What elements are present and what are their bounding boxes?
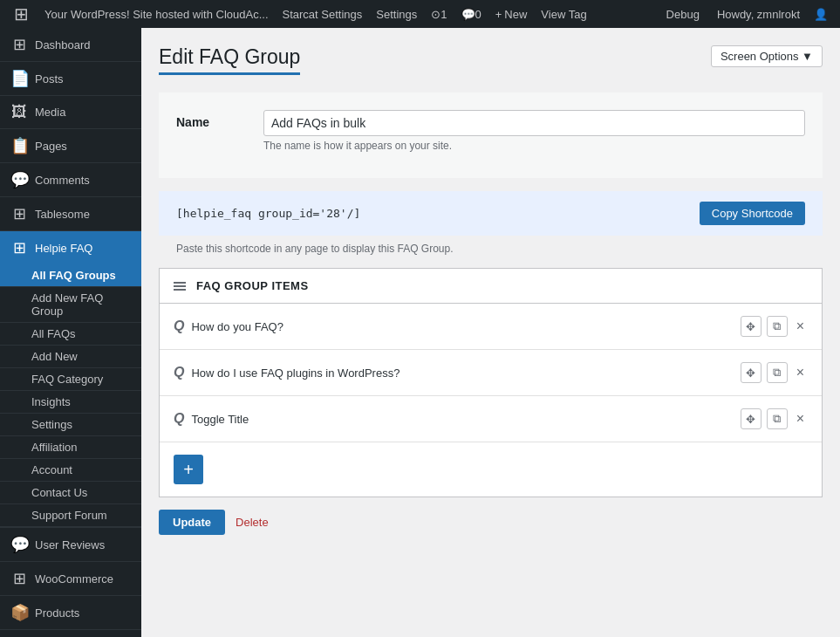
dashboard-icon: ⊞ — [10, 35, 28, 54]
faq-item-1-move-button[interactable]: ✥ — [741, 316, 761, 337]
products-icon: 📦 — [10, 603, 28, 622]
posts-icon: 📄 — [10, 69, 28, 88]
media-icon: 🖼 — [10, 103, 28, 121]
faq-item-2-left: Q How do I use FAQ plugins in WordPress? — [174, 365, 400, 380]
sidebar-item-tablesome[interactable]: ⊞Tablesome — [0, 197, 141, 231]
shortcode-row: [helpie_faq group_id='28'/] Copy Shortco… — [159, 191, 823, 236]
update-button[interactable]: Update — [159, 510, 225, 535]
sidebar-item-posts[interactable]: 📄Posts — [0, 62, 141, 96]
adminbar-debug[interactable]: Debug — [661, 0, 705, 28]
sidebar-item-comments[interactable]: 💬Comments — [0, 163, 141, 197]
faq-item-3-title: Toggle Title — [191, 413, 249, 426]
faq-group-box: FAQ GROUP ITEMS Q How do you FAQ? ✥ ⧉ × — [159, 268, 823, 497]
submenu-contact-us[interactable]: Contact Us — [0, 482, 141, 504]
wp-layout: ⊞Dashboard 📄Posts 🖼Media 📋Pages 💬Comment… — [0, 28, 840, 637]
faq-item-2: Q How do I use FAQ plugins in WordPress?… — [160, 350, 822, 396]
faq-item-3-move-button[interactable]: ✥ — [741, 408, 761, 429]
faq-item-1-left: Q How do you FAQ? — [174, 318, 283, 334]
helpie-faq-icon: ⊞ — [10, 238, 28, 257]
admin-bar: ⊞ Your WordPress! Site hosted with Cloud… — [0, 0, 840, 28]
faq-q-icon-3: Q — [174, 411, 184, 427]
shortcode-text: [helpie_faq group_id='28'/] — [176, 207, 360, 220]
page-title: Edit FAQ Group — [159, 45, 300, 75]
name-field-content: The name is how it appears on your site. — [263, 110, 805, 152]
adminbar-settings[interactable]: Settings — [371, 0, 422, 28]
monitor-count: 1 — [440, 8, 447, 21]
bottom-buttons: Update Delete — [159, 497, 823, 547]
comments-icon: 💬 — [10, 170, 28, 189]
faq-group-header: FAQ GROUP ITEMS — [160, 269, 822, 304]
tablesome-icon: ⊞ — [10, 204, 28, 223]
name-label: Name — [176, 110, 246, 129]
name-section: Name The name is how it appears on your … — [159, 92, 823, 178]
adminbar-comments[interactable]: 💬 0 — [456, 0, 487, 28]
adminbar-avatar[interactable]: 👤 — [809, 0, 833, 28]
submenu-add-new-faq-group[interactable]: Add New FAQ Group — [0, 287, 141, 323]
submenu-insights[interactable]: Insights — [0, 391, 141, 414]
faq-item-3-actions: ✥ ⧉ × — [741, 408, 808, 429]
delete-button[interactable]: Delete — [236, 510, 269, 535]
comment-count: 0 — [475, 8, 481, 21]
helpie-faq-submenu: All FAQ Groups Add New FAQ Group All FAQ… — [0, 264, 141, 527]
drag-handle-icon — [174, 282, 186, 291]
sidebar-item-user-reviews[interactable]: 💬User Reviews — [0, 528, 141, 562]
name-field-row: Name The name is how it appears on your … — [176, 110, 805, 152]
adminbar-howdy[interactable]: Howdy, zmnlrokt — [712, 0, 805, 28]
user-reviews-icon: 💬 — [10, 535, 28, 554]
faq-item-3: Q Toggle Title ✥ ⧉ × — [160, 396, 822, 442]
faq-item-3-copy-button[interactable]: ⧉ — [767, 408, 788, 429]
faq-item-3-close-button[interactable]: × — [793, 409, 808, 428]
submenu-settings[interactable]: Settings — [0, 414, 141, 436]
faq-item-1: Q How do you FAQ? ✥ ⧉ × — [160, 304, 822, 350]
faq-item-1-actions: ✥ ⧉ × — [741, 316, 808, 337]
wp-logo-icon[interactable]: ⊞ — [7, 0, 36, 28]
pages-icon: 📋 — [10, 136, 28, 155]
adminbar-new-button[interactable]: + New — [490, 0, 533, 28]
screen-options-button[interactable]: Screen Options ▼ — [711, 45, 823, 67]
submenu-add-new[interactable]: Add New — [0, 346, 141, 368]
faq-item-2-actions: ✥ ⧉ × — [741, 362, 808, 383]
faq-item-1-title: How do you FAQ? — [191, 320, 283, 333]
faq-item-2-close-button[interactable]: × — [793, 363, 808, 382]
adminbar-view-tag[interactable]: View Tag — [536, 0, 591, 28]
page-title-area: Edit FAQ Group Screen Options ▼ — [159, 45, 823, 75]
adminbar-monitor[interactable]: ⊙ 1 — [426, 0, 452, 28]
name-input[interactable] — [263, 110, 805, 136]
submenu-all-faqs[interactable]: All FAQs — [0, 323, 141, 346]
monitor-icon: ⊙ — [431, 8, 440, 21]
submenu-all-faq-groups[interactable]: All FAQ Groups — [0, 264, 141, 287]
shortcode-hint: Paste this shortcode in any page to disp… — [159, 239, 823, 255]
faq-item-2-copy-button[interactable]: ⧉ — [767, 362, 788, 383]
sidebar-item-pages[interactable]: 📋Pages — [0, 129, 141, 163]
adminbar-starcat[interactable]: Starcat Settings — [277, 0, 368, 28]
sidebar-item-media[interactable]: 🖼Media — [0, 96, 141, 129]
sidebar-menu: ⊞Dashboard 📄Posts 🖼Media 📋Pages 💬Comment… — [0, 28, 141, 630]
faq-q-icon-2: Q — [174, 365, 184, 380]
copy-shortcode-button[interactable]: Copy Shortcode — [700, 202, 805, 225]
submenu-affiliation[interactable]: Affiliation — [0, 436, 141, 459]
faq-item-2-title: How do I use FAQ plugins in WordPress? — [191, 366, 400, 380]
adminbar-site-name[interactable]: Your WordPress! Site hosted with CloudAc… — [39, 0, 274, 28]
main-content: Edit FAQ Group Screen Options ▼ Name The… — [141, 28, 840, 637]
faq-item-1-copy-button[interactable]: ⧉ — [767, 316, 788, 337]
plus-icon: + — [495, 8, 502, 21]
sidebar-item-dashboard[interactable]: ⊞Dashboard — [0, 28, 141, 62]
submenu-account[interactable]: Account — [0, 459, 141, 482]
faq-item-3-left: Q Toggle Title — [174, 411, 249, 427]
wrap: Edit FAQ Group Screen Options ▼ Name The… — [159, 45, 823, 547]
sidebar-item-helpie-faq[interactable]: ⊞Helpie FAQ All FAQ Groups Add New FAQ G… — [0, 231, 141, 528]
sidebar-item-products[interactable]: 📦Products — [0, 596, 141, 630]
faq-group-section-title: FAQ GROUP ITEMS — [196, 279, 309, 292]
woocommerce-icon: ⊞ — [10, 569, 28, 588]
submenu-faq-category[interactable]: FAQ Category — [0, 368, 141, 391]
submenu-support-forum[interactable]: Support Forum — [0, 504, 141, 527]
sidebar: ⊞Dashboard 📄Posts 🖼Media 📋Pages 💬Comment… — [0, 28, 141, 637]
add-faq-item-button[interactable]: + — [174, 455, 203, 484]
faq-item-2-move-button[interactable]: ✥ — [741, 362, 761, 383]
faq-item-1-close-button[interactable]: × — [793, 317, 808, 336]
sidebar-item-woocommerce[interactable]: ⊞WooCommerce — [0, 562, 141, 596]
comment-icon: 💬 — [461, 8, 475, 21]
faq-q-icon-1: Q — [174, 318, 184, 334]
name-hint: The name is how it appears on your site. — [263, 140, 805, 152]
